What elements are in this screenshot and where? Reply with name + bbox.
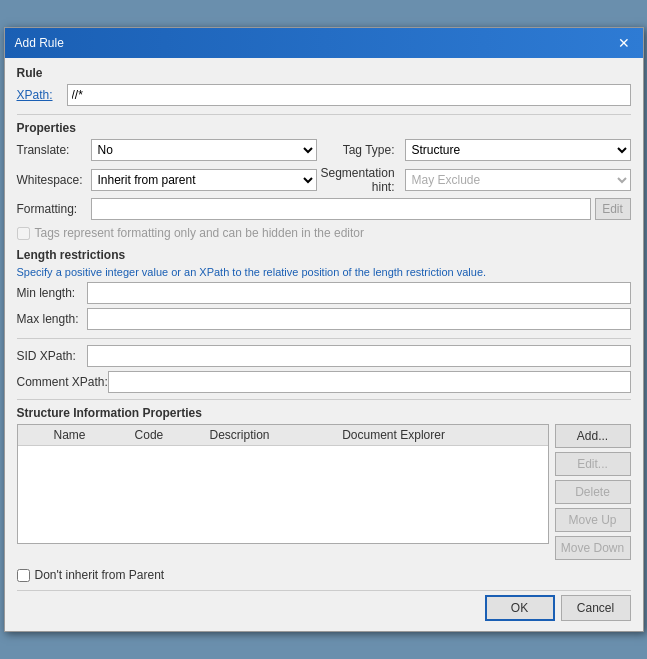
dialog-body: Rule XPath: Properties Translate: No Yes…	[5, 58, 643, 631]
table-header-row: Name Code Description Document Explorer	[18, 425, 548, 446]
segmentation-label: Segmentation hint:	[321, 166, 401, 194]
move-up-button[interactable]: Move Up	[555, 508, 631, 532]
formatting-row: Formatting: Edit	[17, 198, 631, 220]
comment-input[interactable]	[108, 371, 631, 393]
properties-label: Properties	[17, 121, 631, 135]
close-button[interactable]: ✕	[615, 34, 633, 52]
dialog-title: Add Rule	[15, 36, 64, 50]
title-bar: Add Rule ✕	[5, 28, 643, 58]
xpath-label: XPath:	[17, 88, 67, 102]
delete-button[interactable]: Delete	[555, 480, 631, 504]
edit-button[interactable]: Edit	[595, 198, 631, 220]
dont-inherit-label: Don't inherit from Parent	[35, 568, 165, 582]
rule-section-label: Rule	[17, 66, 631, 80]
whitespace-select[interactable]: Inherit from parent Preserve Default	[91, 169, 317, 191]
footer-row: OK Cancel	[17, 590, 631, 621]
whitespace-label: Whitespace:	[17, 173, 87, 187]
dont-inherit-checkbox[interactable]	[17, 569, 30, 582]
col-document-explorer: Document Explorer	[336, 425, 547, 446]
max-length-label: Max length:	[17, 312, 87, 326]
structure-info-header: Structure Information Properties	[17, 406, 631, 420]
translate-select[interactable]: No Yes	[91, 139, 317, 161]
comment-row: Comment XPath:	[17, 371, 631, 393]
structure-info-body: Name Code Description Document Explorer …	[17, 424, 631, 560]
tag-type-label: Tag Type:	[321, 143, 401, 157]
min-length-input[interactable]	[87, 282, 631, 304]
col-description: Description	[204, 425, 337, 446]
col-code: Code	[129, 425, 204, 446]
add-rule-dialog: Add Rule ✕ Rule XPath: Properties Transl…	[4, 27, 644, 632]
properties-grid: Translate: No Yes Tag Type: Structure In…	[17, 139, 631, 194]
sid-label: SID XPath:	[17, 349, 87, 363]
structure-table: Name Code Description Document Explorer	[18, 425, 548, 446]
comment-label: Comment XPath:	[17, 375, 108, 389]
sid-row: SID XPath:	[17, 345, 631, 367]
dont-inherit-row: Don't inherit from Parent	[17, 568, 631, 582]
sid-input[interactable]	[87, 345, 631, 367]
min-length-label: Min length:	[17, 286, 87, 300]
length-info-text: Specify a positive integer value or an X…	[17, 266, 631, 278]
max-length-row: Max length:	[17, 308, 631, 330]
struct-edit-button[interactable]: Edit...	[555, 452, 631, 476]
add-button[interactable]: Add...	[555, 424, 631, 448]
cancel-button[interactable]: Cancel	[561, 595, 631, 621]
structure-info-section: Structure Information Properties Name Co…	[17, 406, 631, 560]
structure-buttons: Add... Edit... Delete Move Up Move Down	[555, 424, 631, 560]
formatting-input[interactable]	[91, 198, 591, 220]
length-section-label: Length restrictions	[17, 248, 631, 262]
xpath-row: XPath:	[17, 84, 631, 106]
formatting-label: Formatting:	[17, 202, 87, 216]
translate-label: Translate:	[17, 143, 87, 157]
segmentation-select[interactable]: May Exclude Exclude Include	[405, 169, 631, 191]
tag-type-select[interactable]: Structure Inline Excluded	[405, 139, 631, 161]
structure-table-container: Name Code Description Document Explorer	[17, 424, 549, 544]
length-section: Length restrictions Specify a positive i…	[17, 248, 631, 330]
formatting-checkbox[interactable]	[17, 227, 30, 240]
max-length-input[interactable]	[87, 308, 631, 330]
ok-button[interactable]: OK	[485, 595, 555, 621]
col-empty	[18, 425, 48, 446]
xpath-input[interactable]	[67, 84, 631, 106]
min-length-row: Min length:	[17, 282, 631, 304]
checkbox-row: Tags represent formatting only and can b…	[17, 226, 631, 240]
move-down-button[interactable]: Move Down	[555, 536, 631, 560]
checkbox-label: Tags represent formatting only and can b…	[35, 226, 365, 240]
col-name: Name	[48, 425, 129, 446]
